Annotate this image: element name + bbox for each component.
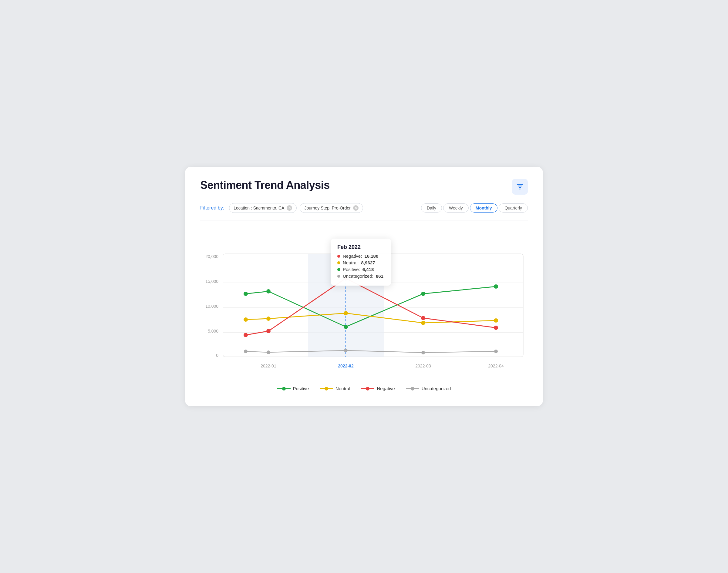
svg-point-34 (344, 349, 348, 352)
time-filters: Daily Weekly Monthly Quarterly (421, 203, 528, 212)
trend-chart: 0 5,000 10,000 15,000 20,000 2022-01 202… (200, 229, 528, 375)
header-row: Sentiment Trend Analysis (200, 179, 528, 195)
time-btn-monthly[interactable]: Monthly (470, 203, 498, 212)
svg-point-25 (421, 321, 425, 325)
svg-point-22 (244, 317, 248, 322)
filter-chips: Location : Sacramento, CA ✕ Journey Step… (229, 203, 418, 213)
svg-text:2022-03: 2022-03 (415, 364, 431, 368)
filter-chip-journey[interactable]: Journey Step: Pre-Order ✕ (300, 203, 363, 213)
legend-item-negative: Negative (361, 386, 395, 391)
legend-neutral-label: Neutral (336, 386, 350, 391)
svg-point-31 (494, 326, 498, 330)
svg-point-32 (244, 350, 247, 353)
legend-uncategorized-label: Uncategorized (422, 386, 451, 391)
svg-point-17 (244, 292, 248, 296)
legend-negative-label: Negative (377, 386, 395, 391)
svg-text:0: 0 (216, 353, 219, 358)
funnel-icon (516, 183, 524, 191)
legend-positive-label: Positive (293, 386, 309, 391)
legend-negative-line (361, 387, 374, 390)
svg-point-18 (266, 289, 271, 294)
svg-text:2022-02: 2022-02 (338, 364, 354, 368)
time-btn-weekly[interactable]: Weekly (443, 203, 469, 212)
time-btn-daily[interactable]: Daily (421, 203, 442, 212)
page-title: Sentiment Trend Analysis (200, 179, 330, 192)
svg-text:20,000: 20,000 (205, 254, 219, 259)
svg-text:15,000: 15,000 (205, 279, 219, 284)
svg-text:2022-04: 2022-04 (488, 364, 504, 368)
filtered-by-label: Filtered by: (200, 205, 224, 211)
filters-row: Filtered by: Location : Sacramento, CA ✕… (200, 203, 528, 213)
svg-point-23 (266, 316, 271, 321)
svg-point-24 (344, 311, 348, 315)
main-card: Sentiment Trend Analysis Filtered by: Lo… (185, 167, 543, 406)
svg-text:5,000: 5,000 (208, 329, 219, 333)
legend-item-uncategorized: Uncategorized (406, 386, 451, 391)
svg-text:10,000: 10,000 (205, 304, 219, 309)
remove-location-filter[interactable]: ✕ (287, 205, 292, 211)
svg-point-21 (494, 284, 498, 289)
legend-positive-line (277, 387, 291, 390)
svg-point-26 (494, 318, 498, 323)
svg-text:2022-01: 2022-01 (260, 364, 276, 368)
svg-point-20 (421, 292, 425, 296)
filter-chip-location-label: Location : Sacramento, CA (234, 206, 284, 210)
legend-item-positive: Positive (277, 386, 309, 391)
svg-point-33 (266, 351, 270, 354)
filter-chip-location[interactable]: Location : Sacramento, CA ✕ (229, 203, 297, 213)
svg-point-30 (421, 316, 425, 320)
remove-journey-filter[interactable]: ✕ (353, 205, 358, 211)
divider (200, 220, 528, 220)
legend-item-neutral: Neutral (320, 386, 350, 391)
time-btn-quarterly[interactable]: Quarterly (499, 203, 528, 212)
filter-chip-journey-label: Journey Step: Pre-Order (304, 206, 351, 210)
svg-point-28 (266, 329, 271, 333)
svg-point-27 (244, 333, 248, 337)
filter-icon-button[interactable] (512, 179, 528, 195)
svg-point-35 (421, 351, 425, 354)
legend-neutral-line (320, 387, 333, 390)
chart-legend: Positive Neutral Negative Unc (200, 386, 528, 391)
svg-point-36 (494, 350, 498, 353)
svg-point-29 (344, 276, 348, 280)
svg-point-19 (344, 325, 348, 329)
chart-area: 0 5,000 10,000 15,000 20,000 2022-01 202… (200, 229, 528, 376)
legend-uncategorized-line (406, 387, 419, 390)
